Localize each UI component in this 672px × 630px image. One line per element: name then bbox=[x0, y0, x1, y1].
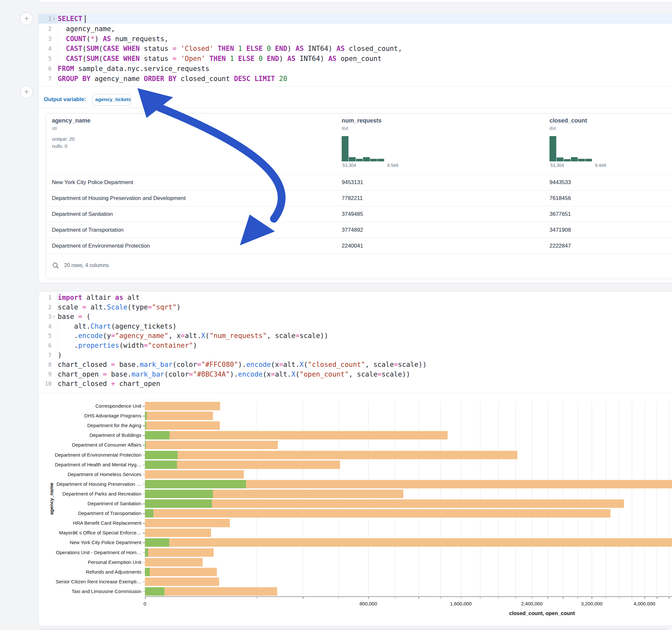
divider bbox=[39, 108, 672, 108]
histogram-max-label: 9.5e6 bbox=[387, 163, 399, 168]
next-cell-stub bbox=[38, 628, 668, 630]
python-cell: 1import altair as alt2scale = alt.Scale(… bbox=[38, 291, 672, 626]
code-text: base = ( bbox=[58, 312, 91, 321]
cell-value: 3471908 bbox=[549, 222, 571, 238]
fold-chevron-icon[interactable]: ˅ bbox=[53, 14, 57, 24]
code-text: import altair as alt bbox=[58, 293, 140, 302]
cell-value: 9453131 bbox=[342, 175, 363, 190]
cell-agency-name: Department of Environmental Protection bbox=[52, 238, 150, 254]
code-line[interactable]: 6FROM sample_data.nyc.service_requests bbox=[39, 64, 672, 74]
code-text: chart_closed = base.mark_bar(color="#FFC… bbox=[58, 360, 427, 369]
cell-value: 9443533 bbox=[549, 175, 571, 190]
cell-agency-name: Department of Transportation bbox=[52, 222, 123, 238]
line-number: 2 bbox=[39, 302, 51, 312]
line-number: 8 bbox=[39, 360, 51, 369]
cell-value: 2222847 bbox=[549, 238, 571, 254]
table-row[interactable]: Department of Transportation377489234719… bbox=[46, 222, 672, 238]
line-number: 6 bbox=[39, 341, 51, 350]
sql-cell: 1˅SELECT2 agency_name,3 COUNT(*) AS num_… bbox=[38, 13, 672, 283]
code-line[interactable]: 2 agency_name, bbox=[39, 24, 672, 34]
column-stats: unique: 20nulls: 0 bbox=[52, 136, 169, 150]
histogram-max-label: 9.4e6 bbox=[595, 163, 606, 168]
line-number: 1 bbox=[39, 14, 51, 24]
code-text: alt.Chart(agency_tickets) bbox=[58, 321, 177, 331]
code-line[interactable]: 1import altair as alt bbox=[39, 293, 672, 302]
line-number: 6 bbox=[39, 64, 51, 74]
sql-code-editor[interactable]: 1˅SELECT2 agency_name,3 COUNT(*) AS num_… bbox=[39, 14, 672, 86]
code-line[interactable]: 3˅base = ( bbox=[39, 312, 672, 321]
code-text: agency_name, bbox=[58, 24, 115, 34]
line-number: 1 bbox=[39, 293, 51, 302]
line-number: 10 bbox=[39, 379, 51, 389]
code-line[interactable]: 4 alt.Chart(agency_tickets) bbox=[39, 321, 672, 331]
cell-agency-name: New York City Police Department bbox=[52, 175, 133, 190]
column-header-num_requests[interactable]: num_requestsi64 bbox=[342, 117, 458, 131]
line-number: 4 bbox=[39, 44, 51, 53]
code-line[interactable]: 5 CAST(SUM(CASE WHEN status = 'Open' THE… bbox=[39, 54, 672, 64]
column-header-agency_name[interactable]: agency_namestrunique: 20nulls: 0 bbox=[52, 117, 169, 150]
code-text: .properties(width="container") bbox=[58, 341, 197, 350]
code-text: SELECT bbox=[58, 14, 86, 24]
code-line[interactable]: 5 .encode(y="agency_name", x=alt.X("num_… bbox=[39, 331, 672, 341]
code-text: GROUP BY agency_name ORDER BY closed_cou… bbox=[58, 74, 287, 83]
code-text: FROM sample_data.nyc.service_requests bbox=[58, 64, 210, 74]
divider bbox=[39, 392, 672, 393]
code-text: chart_open = base.mark_bar(color="#8BC34… bbox=[58, 369, 410, 379]
table-header: agency_namestrunique: 20nulls: 0num_requ… bbox=[46, 114, 672, 174]
column-histogram bbox=[549, 136, 595, 162]
code-line[interactable]: 3 COUNT(*) AS num_requests, bbox=[39, 34, 672, 44]
line-number: 4 bbox=[39, 321, 51, 331]
code-text: ) bbox=[58, 350, 62, 360]
table-row[interactable]: New York City Police Department945313194… bbox=[46, 174, 672, 191]
line-number: 3 bbox=[39, 34, 51, 44]
code-line[interactable]: 7GROUP BY agency_name ORDER BY closed_co… bbox=[39, 74, 672, 83]
code-line[interactable]: 6 .properties(width="container") bbox=[39, 341, 672, 350]
cell-value: 3677651 bbox=[549, 207, 571, 222]
code-text: CAST(SUM(CASE WHEN status = 'Open' THEN … bbox=[58, 54, 382, 64]
code-line[interactable]: 9chart_open = base.mark_bar(color="#8BC3… bbox=[39, 369, 672, 379]
search-icon[interactable] bbox=[52, 262, 59, 270]
cell-value: 3774892 bbox=[342, 222, 363, 238]
code-text: COUNT(*) AS num_requests, bbox=[58, 34, 168, 44]
line-number: 5 bbox=[39, 331, 51, 341]
code-text: CAST(SUM(CASE WHEN status = 'Closed' THE… bbox=[58, 44, 402, 53]
divider bbox=[39, 86, 672, 87]
code-line[interactable]: 7) bbox=[39, 350, 672, 360]
cell-value: 3749485 bbox=[342, 207, 363, 222]
code-line[interactable]: 1˅SELECT bbox=[39, 14, 672, 24]
code-text: .encode(y="agency_name", x=alt.X("num_re… bbox=[58, 331, 328, 341]
add-cell-button[interactable]: + bbox=[20, 86, 33, 98]
column-header-closed_count[interactable]: closed_counti64 bbox=[549, 117, 666, 131]
output-variable-row: Output variable: agency_tickets bbox=[44, 91, 131, 108]
column-histogram bbox=[342, 136, 387, 162]
line-number: 2 bbox=[39, 24, 51, 34]
histogram-min-label: 53,304 bbox=[342, 163, 356, 168]
cell-agency-name: Department of Housing Preservation and D… bbox=[52, 191, 186, 206]
output-variable-label: Output variable: bbox=[44, 96, 86, 102]
cell-value: 7618456 bbox=[549, 191, 571, 206]
cell-agency-name: Department of Sanitation bbox=[52, 207, 113, 222]
code-text: chart_closed + chart_open bbox=[58, 379, 160, 389]
line-number: 9 bbox=[39, 369, 51, 379]
row-count-label: 20 rows, 4 columns bbox=[64, 263, 109, 268]
code-text: scale = alt.Scale(type="sqrt") bbox=[58, 302, 181, 312]
line-number: 7 bbox=[39, 350, 51, 360]
code-line[interactable]: 10chart_closed + chart_open bbox=[39, 379, 672, 389]
python-code-editor[interactable]: 1import altair as alt2scale = alt.Scale(… bbox=[39, 293, 672, 390]
result-table: agency_namestrunique: 20nulls: 0num_requ… bbox=[46, 113, 672, 279]
line-number: 7 bbox=[39, 74, 51, 83]
code-line[interactable]: 8chart_closed = base.mark_bar(color="#FF… bbox=[39, 360, 672, 369]
output-variable-pill[interactable]: agency_tickets bbox=[92, 94, 131, 106]
add-cell-button[interactable]: + bbox=[20, 12, 33, 25]
fold-chevron-icon[interactable]: ˅ bbox=[53, 312, 57, 322]
histogram-min-label: 53,304 bbox=[550, 163, 564, 168]
cell-value: 7782211 bbox=[342, 191, 363, 206]
table-row[interactable]: Department of Environmental Protection22… bbox=[46, 238, 672, 254]
table-row[interactable]: Department of Housing Preservation and D… bbox=[46, 190, 672, 207]
code-line[interactable]: 2scale = alt.Scale(type="sqrt") bbox=[39, 302, 672, 312]
line-number: 5 bbox=[39, 54, 51, 64]
cell-value: 2240041 bbox=[342, 238, 363, 254]
table-row[interactable]: Department of Sanitation37494853677651 bbox=[46, 206, 672, 222]
text-cursor bbox=[85, 15, 86, 23]
code-line[interactable]: 4 CAST(SUM(CASE WHEN status = 'Closed' T… bbox=[39, 44, 672, 53]
